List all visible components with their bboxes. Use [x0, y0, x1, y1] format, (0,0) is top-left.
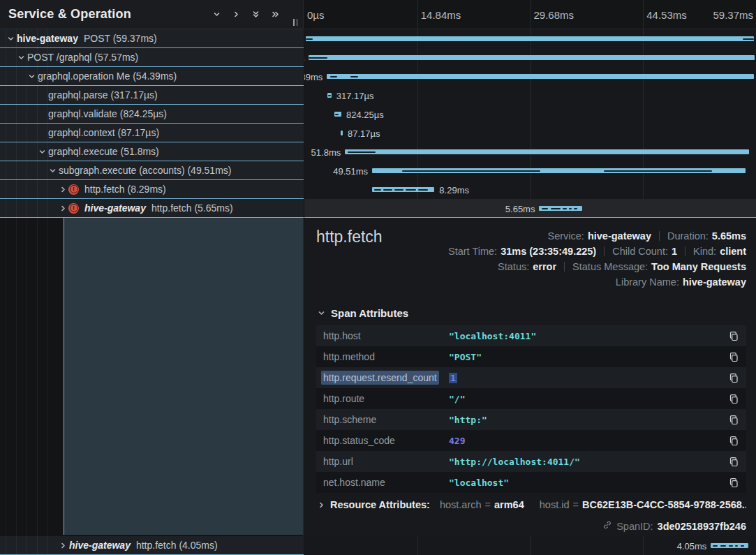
- chevron-down-icon[interactable]: [47, 167, 57, 175]
- detail-meta: Service:hive-gatewayDuration:5.65msStart…: [448, 228, 746, 290]
- span-bar[interactable]: [309, 55, 755, 60]
- chevron-right-icon[interactable]: [58, 186, 68, 193]
- timeline-span-row[interactable]: 317.17µs: [304, 86, 756, 105]
- span-operation-label: http.fetch (5.65ms): [151, 202, 233, 214]
- chevron-right-icon[interactable]: [316, 501, 326, 509]
- span-bar[interactable]: [306, 36, 754, 41]
- tree-span-row[interactable]: graphql.execute (51.8ms): [0, 142, 304, 161]
- chevron-down-icon[interactable]: [16, 54, 26, 61]
- chevron-down-icon[interactable]: [27, 73, 36, 80]
- copy-icon[interactable]: [721, 457, 746, 467]
- tree-panel-header: Service & Operation: [0, 0, 303, 29]
- span-duration-label: 51.8ms: [311, 147, 341, 158]
- gridline: [643, 0, 644, 29]
- tree-span-row[interactable]: !hive-gatewayhttp.fetch (5.65ms): [0, 199, 304, 218]
- timeline-span-row[interactable]: 87.17µs: [304, 124, 756, 142]
- self-time-mark: [348, 151, 376, 153]
- double-chevron-right-icon[interactable]: [272, 10, 279, 18]
- span-bar[interactable]: [539, 206, 581, 211]
- detail-meta-label: Kind:: [693, 246, 716, 257]
- resource-attributes-row[interactable]: Resource Attributes:host.arch=arm64host.…: [316, 499, 746, 510]
- chevron-right-icon[interactable]: [232, 10, 240, 18]
- tree-span-row[interactable]: hive-gatewayhttp.fetch (4.05ms): [0, 536, 304, 555]
- tree-span-row[interactable]: hive-gatewayPOST (59.37ms): [0, 29, 304, 48]
- span-bar[interactable]: [372, 168, 746, 173]
- attribute-value: "localhost:4011": [449, 331, 721, 341]
- timeline-span-row[interactable]: 54.39ms: [304, 67, 756, 86]
- timeline-span-row[interactable]: 49.51ms: [304, 161, 756, 180]
- copy-icon[interactable]: [721, 415, 746, 425]
- timeline-span-row[interactable]: 8.29ms: [304, 180, 756, 199]
- chevron-down-icon[interactable]: [37, 148, 47, 156]
- span-operation-label: POST /graphql (57.57ms): [27, 52, 138, 63]
- detail-meta-value: error: [533, 261, 556, 272]
- attribute-row[interactable]: http.status_code429: [316, 430, 746, 451]
- timeline-span-row[interactable]: 57.57ms: [304, 48, 756, 67]
- chevron-right-icon[interactable]: [58, 205, 68, 212]
- timeline-span-row[interactable]: 4.05ms: [304, 536, 756, 555]
- chevron-down-icon[interactable]: [213, 10, 221, 18]
- span-attributes-header[interactable]: Span Attributes: [316, 307, 746, 319]
- attribute-row[interactable]: http.scheme"http:": [316, 409, 746, 430]
- copy-icon[interactable]: [721, 331, 746, 341]
- tree-span-row[interactable]: !http.fetch (8.29ms): [0, 180, 304, 199]
- tree-span-row[interactable]: graphql.parse (317.17µs): [0, 86, 304, 105]
- self-time-mark: [743, 38, 754, 40]
- timeline-span-row[interactable]: 824.25µs: [304, 105, 756, 124]
- timeline-span-row[interactable]: 5.65ms: [304, 199, 756, 218]
- chevron-right-icon[interactable]: [58, 542, 68, 549]
- attribute-row[interactable]: http.method"POST": [316, 346, 746, 367]
- span-duration-label: 317.17µs: [336, 91, 374, 101]
- self-time-mark: [374, 189, 382, 191]
- span-bar[interactable]: [372, 187, 434, 192]
- span-bar[interactable]: [334, 112, 341, 117]
- tree-span-row[interactable]: graphql.validate (824.25µs): [0, 105, 304, 124]
- self-time-mark: [551, 208, 561, 209]
- attribute-row[interactable]: http.request.resend_count1: [316, 367, 746, 388]
- span-bar[interactable]: [327, 74, 753, 79]
- self-time-mark: [335, 114, 339, 115]
- span-operation-label: http.fetch (8.29ms): [84, 184, 166, 195]
- span-duration-label: 54.39ms: [304, 72, 323, 82]
- timeline-span-row[interactable]: 51.8ms: [304, 142, 756, 161]
- equals-sign: =: [485, 499, 491, 510]
- attribute-row[interactable]: http.host"localhost:4011": [316, 325, 746, 346]
- self-time-mark: [330, 76, 337, 77]
- span-bar[interactable]: [341, 131, 343, 135]
- link-icon[interactable]: [602, 520, 612, 532]
- tree-span-row[interactable]: subgraph.execute (accounts) (49.51ms): [0, 161, 304, 180]
- self-time-mark: [604, 170, 712, 172]
- span-bar[interactable]: [327, 93, 332, 98]
- attribute-row[interactable]: http.url"http://localhost:4011/": [316, 451, 746, 472]
- chevron-down-icon[interactable]: [6, 35, 15, 43]
- copy-icon[interactable]: [721, 394, 746, 404]
- ruler-tick-label: 14.84ms: [421, 9, 461, 21]
- attribute-row[interactable]: net.host.name"localhost": [316, 472, 746, 493]
- tree-span-row[interactable]: graphql.context (87.17µs): [0, 124, 304, 142]
- self-time-mark: [574, 208, 577, 209]
- tree-span-row[interactable]: graphql.operation Me (54.39ms): [0, 67, 304, 86]
- copy-icon[interactable]: [721, 436, 746, 446]
- span-tree-panel: Service & Operation hive-gatewayPOST (59…: [0, 0, 304, 555]
- attribute-row[interactable]: http.route"/": [316, 388, 746, 409]
- ruler-tick-label: 0µs: [307, 9, 325, 21]
- ruler-tick-label: 29.68ms: [534, 9, 575, 21]
- column-resize-handle[interactable]: [292, 17, 299, 27]
- double-chevron-down-icon[interactable]: [252, 10, 260, 18]
- detail-meta-line: Library Name:hive-gateway: [448, 274, 746, 290]
- ruler-tick-label: 59.37ms: [713, 9, 753, 21]
- attribute-value: "localhost": [449, 478, 721, 488]
- copy-icon[interactable]: [721, 373, 746, 383]
- attribute-value: "/": [449, 394, 721, 404]
- span-bar[interactable]: [711, 543, 748, 548]
- error-icon: !: [68, 203, 79, 214]
- copy-icon[interactable]: [721, 352, 746, 362]
- detail-meta-value: 5.65ms: [712, 230, 746, 242]
- span-bar[interactable]: [345, 149, 749, 154]
- copy-icon[interactable]: [721, 478, 746, 488]
- timeline-span-row[interactable]: [304, 29, 756, 48]
- detail-meta-value: Too Many Requests: [651, 261, 746, 272]
- tree-span-row[interactable]: POST /graphql (57.57ms): [0, 48, 304, 67]
- self-time-mark: [306, 38, 313, 40]
- meta-divider: [604, 246, 605, 256]
